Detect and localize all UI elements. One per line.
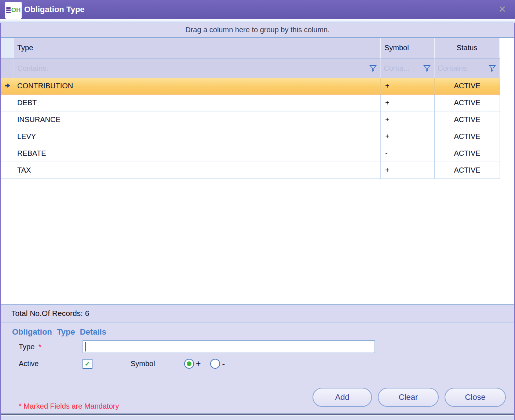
row-indicator <box>1 128 14 145</box>
mandatory-note: * Marked Fields are Mandatory <box>19 402 119 410</box>
dialog-body: Drag a column here to group by this colu… <box>0 23 515 420</box>
row-indicator <box>1 95 14 111</box>
grid-empty-area <box>1 179 514 304</box>
cell-type[interactable]: INSURANCE <box>14 111 381 128</box>
app-logo: OH <box>5 2 22 19</box>
type-input[interactable] <box>83 340 375 353</box>
column-header-type[interactable]: Type <box>14 38 381 59</box>
logo-bars-icon <box>6 7 11 13</box>
cell-type[interactable]: LEVY <box>14 128 381 145</box>
column-header-symbol[interactable]: Symbol <box>381 38 435 59</box>
symbol-minus-label: - <box>222 359 225 369</box>
cell-symbol[interactable]: + <box>381 111 435 128</box>
logo-text: OH <box>11 7 21 14</box>
cell-status[interactable]: ACTIVE <box>435 145 500 162</box>
table-row[interactable]: REBATE - ACTIVE <box>1 145 500 162</box>
type-label: Type <box>19 343 34 351</box>
section-title: Obligation Type Details <box>12 325 514 339</box>
arrow-right-icon <box>4 83 11 89</box>
details-section: Obligation Type Details Type * Active ✓ <box>1 323 514 381</box>
table-row[interactable]: INSURANCE + ACTIVE <box>1 111 500 128</box>
title-bar: OH Obligation Type ✕ <box>0 0 515 19</box>
bottom-strip <box>1 415 514 420</box>
funnel-icon[interactable] <box>488 64 496 72</box>
radio-dot <box>187 361 191 366</box>
grid-header-row: Type Symbol Status <box>1 38 500 59</box>
cell-type[interactable]: REBATE <box>14 145 381 162</box>
total-records-label: Total No.Of Records: 6 <box>11 309 89 318</box>
obligation-grid: Drag a column here to group by this colu… <box>1 23 514 305</box>
table-row[interactable]: LEVY + ACTIVE <box>1 128 500 145</box>
funnel-icon[interactable] <box>423 64 431 72</box>
table-row[interactable]: DEBT + ACTIVE <box>1 95 500 111</box>
group-by-hint: Drag a column here to group by this colu… <box>185 26 330 34</box>
cell-symbol[interactable]: + <box>381 95 435 111</box>
cell-status[interactable]: ACTIVE <box>435 95 500 111</box>
filter-indicator-cell <box>1 59 14 78</box>
group-by-bar[interactable]: Drag a column here to group by this colu… <box>1 23 514 38</box>
active-checkbox[interactable]: ✓ <box>83 359 92 369</box>
records-bar: Total No.Of Records: 6 <box>1 305 514 323</box>
close-button[interactable]: Close <box>445 388 506 407</box>
cell-status[interactable]: ACTIVE <box>435 162 500 179</box>
symbol-minus-radio[interactable] <box>210 359 220 369</box>
text-caret <box>85 342 86 351</box>
filter-placeholder-symbol: Conta... <box>381 64 423 73</box>
column-header-status[interactable]: Status <box>435 38 500 59</box>
required-asterisk: * <box>39 343 41 351</box>
filter-cell-status[interactable]: Contains: <box>435 59 500 78</box>
close-icon[interactable]: ✕ <box>497 4 508 15</box>
grid-filter-row: Contains: Conta... Contains: <box>1 59 500 78</box>
clear-button[interactable]: Clear <box>378 388 439 407</box>
cell-type[interactable]: DEBT <box>14 95 381 111</box>
window-title: Obligation Type <box>24 5 85 14</box>
filter-cell-type[interactable]: Contains: <box>14 59 381 78</box>
filter-placeholder-status: Contains: <box>435 64 488 73</box>
table-row[interactable]: TAX + ACTIVE <box>1 162 500 179</box>
cell-symbol[interactable]: - <box>381 145 435 162</box>
filter-cell-symbol[interactable]: Conta... <box>381 59 435 78</box>
cell-status[interactable]: ACTIVE <box>435 128 500 145</box>
row-indicator <box>1 145 14 162</box>
symbol-label: Symbol <box>131 360 184 368</box>
row-indicator <box>1 111 14 128</box>
row-indicator <box>1 78 14 95</box>
footer-bar: * Marked Fields are Mandatory Add Clear … <box>1 381 514 413</box>
cell-status[interactable]: ACTIVE <box>435 111 500 128</box>
table-row[interactable]: CONTRIBUTION + ACTIVE <box>1 78 500 95</box>
checkmark-icon: ✓ <box>85 360 91 367</box>
type-field-row: Type * <box>1 339 514 355</box>
cell-status[interactable]: ACTIVE <box>435 78 500 95</box>
cell-type[interactable]: TAX <box>14 162 381 179</box>
active-label: Active <box>19 360 39 368</box>
cell-symbol[interactable]: + <box>381 162 435 179</box>
add-button[interactable]: Add <box>313 388 372 407</box>
filter-placeholder-type: Contains: <box>14 64 369 73</box>
cell-type[interactable]: CONTRIBUTION <box>14 78 381 95</box>
funnel-icon[interactable] <box>369 64 377 72</box>
row-indicator <box>1 162 14 179</box>
row-indicator-header <box>1 38 14 59</box>
cell-symbol[interactable]: + <box>381 78 435 95</box>
obligation-type-dialog: OH Obligation Type ✕ Drag a column here … <box>0 0 515 420</box>
symbol-plus-radio[interactable] <box>184 359 194 369</box>
cell-symbol[interactable]: + <box>381 128 435 145</box>
symbol-plus-label: + <box>196 359 201 369</box>
titlebar-divider <box>0 19 515 23</box>
active-symbol-row: Active ✓ Symbol + - <box>1 356 514 371</box>
